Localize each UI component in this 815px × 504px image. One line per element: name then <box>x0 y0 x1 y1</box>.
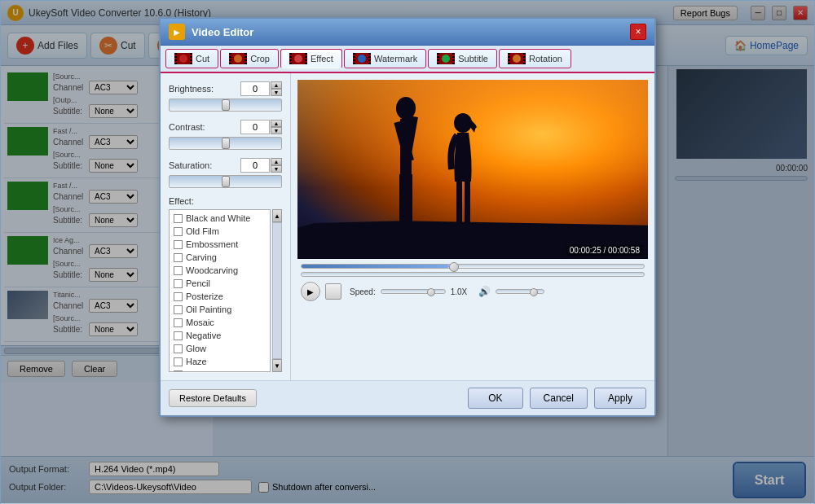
brightness-value-input[interactable] <box>240 81 270 96</box>
crop-tab-label: Crop <box>250 54 270 64</box>
contrast-down-arrow[interactable]: ▼ <box>271 127 282 134</box>
effect-item-fog[interactable]: Fog <box>171 368 268 372</box>
effect-label-text: Haze <box>186 357 207 366</box>
modal-overlay: ▶ Video Editor × Cut Crop Effect <box>1 1 814 503</box>
effect-controls: Brightness: ▲ ▼ <box>161 73 291 380</box>
contrast-up-arrow[interactable]: ▲ <box>271 120 282 127</box>
seek-thumb[interactable] <box>449 262 459 272</box>
effect-checkbox[interactable] <box>174 344 183 353</box>
ok-button[interactable]: OK <box>468 388 522 409</box>
saturation-group: Saturation: ▲ ▼ <box>169 158 282 188</box>
effect-checkbox[interactable] <box>174 240 183 249</box>
effect-checkbox[interactable] <box>174 318 183 327</box>
contrast-slider[interactable] <box>169 137 282 150</box>
effect-checkbox[interactable] <box>174 305 183 314</box>
effect-item-embossment[interactable]: Embossment <box>171 238 268 251</box>
apply-button[interactable]: Apply <box>594 388 646 409</box>
saturation-down-arrow[interactable]: ▼ <box>271 165 282 173</box>
speed-slider[interactable] <box>381 289 446 294</box>
video-time-display: 00:00:25 / 00:00:58 <box>566 245 643 256</box>
seek-progress <box>302 265 449 268</box>
effect-item-mosaic[interactable]: Mosaic <box>171 316 268 329</box>
saturation-up-arrow[interactable]: ▲ <box>271 158 282 165</box>
restore-defaults-button[interactable]: Restore Defaults <box>169 389 257 407</box>
tab-watermark[interactable]: Watermark <box>344 49 426 68</box>
effect-item-posterize[interactable]: Posterize <box>171 290 268 303</box>
speed-value: 1.0X <box>451 287 468 296</box>
effect-checkbox[interactable] <box>174 279 183 288</box>
effect-item-carving[interactable]: Carving <box>171 251 268 264</box>
brightness-down-arrow[interactable]: ▼ <box>271 89 282 96</box>
volume-icon: 🔊 <box>478 286 491 297</box>
list-scroll-down[interactable]: ▼ <box>272 359 282 372</box>
effect-label-text: Fog <box>186 370 201 372</box>
svg-point-0 <box>396 97 416 120</box>
effect-checkbox[interactable] <box>174 253 183 262</box>
effect-item-blackwhite[interactable]: Black and White <box>171 212 268 225</box>
modal-tabs: Cut Crop Effect Watermark Subtitle <box>161 46 654 73</box>
effect-item-pencil[interactable]: Pencil <box>171 277 268 290</box>
effect-label-text: Oil Painting <box>186 305 231 314</box>
speed-label: Speed: <box>350 287 376 296</box>
effect-checkbox[interactable] <box>174 357 183 366</box>
rotation-tab-label: Rotation <box>529 54 562 64</box>
tab-effect[interactable]: Effect <box>280 49 342 68</box>
saturation-thumb[interactable] <box>222 176 230 187</box>
cut-tab-label: Cut <box>196 54 209 64</box>
video-preview-area: 00:00:25 / 00:00:58 <box>291 73 654 380</box>
contrast-value-input[interactable] <box>240 120 270 134</box>
tab-crop[interactable]: Crop <box>220 49 279 68</box>
svg-rect-8 <box>465 181 470 226</box>
effect-label-text: Carving <box>186 252 217 262</box>
effect-checkbox[interactable] <box>174 331 183 340</box>
secondary-seek-bar[interactable] <box>301 272 645 277</box>
stop-button[interactable] <box>325 283 341 300</box>
effect-item-oilpainting[interactable]: Oil Painting <box>171 303 268 316</box>
rotation-tab-icon <box>508 53 526 64</box>
effect-item-woodcarving[interactable]: Woodcarving <box>171 264 268 277</box>
effect-checkbox[interactable] <box>174 370 183 373</box>
effect-item-glow[interactable]: Glow <box>171 342 268 355</box>
video-scene <box>297 80 648 259</box>
list-scroll-up[interactable]: ▲ <box>272 209 282 222</box>
modal-footer: Restore Defaults OK Cancel Apply <box>161 380 654 415</box>
brightness-label: Brightness: <box>169 84 214 94</box>
saturation-value-input[interactable] <box>240 158 270 173</box>
effect-checkbox[interactable] <box>174 214 183 223</box>
volume-thumb[interactable] <box>530 288 538 296</box>
effect-item-haze[interactable]: Haze <box>171 355 268 368</box>
modal-title-bar: ▶ Video Editor × <box>161 19 654 46</box>
effect-label-text: Pencil <box>186 278 210 288</box>
brightness-group: Brightness: ▲ ▼ <box>169 81 282 112</box>
effect-item-negative[interactable]: Negative <box>171 329 268 342</box>
watermark-tab-label: Watermark <box>374 54 417 64</box>
tab-rotation[interactable]: Rotation <box>499 49 571 68</box>
effect-checkbox[interactable] <box>174 227 183 236</box>
effect-checkbox[interactable] <box>174 266 183 275</box>
modal-close-button[interactable]: × <box>630 24 646 40</box>
tab-subtitle[interactable]: Subtitle <box>428 49 497 68</box>
effect-item-oldfilm[interactable]: Old Film <box>171 225 268 238</box>
brightness-thumb[interactable] <box>222 99 230 111</box>
speed-thumb[interactable] <box>427 288 435 296</box>
cancel-button[interactable]: Cancel <box>530 388 588 409</box>
contrast-thumb[interactable] <box>222 138 230 149</box>
effect-label-text: Old Film <box>186 226 219 236</box>
playback-controls: ▶ Speed: 1.0X 🔊 <box>297 278 648 305</box>
effect-label-text: Black and White <box>186 213 250 223</box>
volume-slider[interactable] <box>496 289 544 294</box>
subtitle-tab-label: Subtitle <box>458 54 488 64</box>
brightness-up-arrow[interactable]: ▲ <box>271 81 282 89</box>
modal-body: Brightness: ▲ ▼ <box>161 73 654 380</box>
saturation-slider[interactable] <box>169 175 282 188</box>
video-preview: 00:00:25 / 00:00:58 <box>297 80 648 259</box>
play-button[interactable]: ▶ <box>301 282 320 301</box>
effect-list[interactable]: Black and White Old Film Embossment <box>169 209 271 372</box>
seek-bar[interactable] <box>301 264 645 269</box>
effect-checkbox[interactable] <box>174 292 183 301</box>
crop-tab-icon <box>229 53 247 64</box>
tab-cut[interactable]: Cut <box>165 49 218 68</box>
svg-rect-5 <box>406 174 412 223</box>
brightness-slider[interactable] <box>169 99 282 112</box>
effect-tab-label: Effect <box>311 54 333 64</box>
